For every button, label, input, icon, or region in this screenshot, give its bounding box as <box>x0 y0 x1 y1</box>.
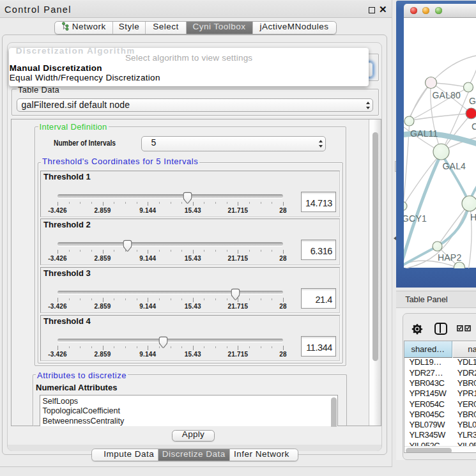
svg-text:HAP2: HAP2 <box>438 252 461 263</box>
svg-text:H: H <box>470 212 476 222</box>
svg-text:C: C <box>472 121 476 132</box>
svg-text:GAL4: GAL4 <box>442 160 466 171</box>
svg-text:GAL11: GAL11 <box>410 128 438 139</box>
svg-text:GA: GA <box>469 95 476 105</box>
svg-text:GCY1: GCY1 <box>404 213 427 224</box>
svg-text:GAL80: GAL80 <box>432 90 461 100</box>
